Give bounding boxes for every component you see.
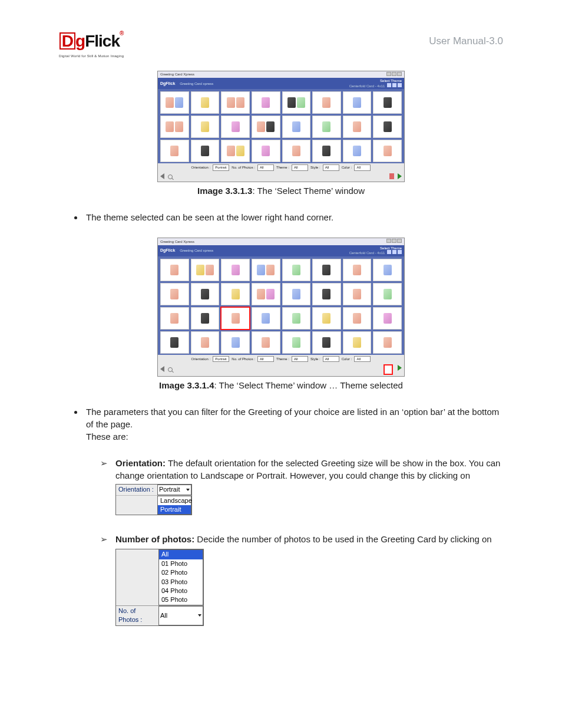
theme-thumb[interactable] xyxy=(373,91,402,114)
photos-dropdown[interactable]: All xyxy=(257,164,274,170)
help-icon[interactable] xyxy=(398,83,402,87)
theme-dropdown[interactable]: All xyxy=(292,164,308,170)
theme-thumb[interactable] xyxy=(373,116,402,138)
style-dropdown[interactable]: All xyxy=(323,356,339,362)
theme-thumb[interactable] xyxy=(252,307,280,330)
orientation-field[interactable]: Portrait xyxy=(157,485,191,495)
theme-thumb[interactable] xyxy=(191,116,220,138)
theme-thumb[interactable] xyxy=(312,116,341,138)
screenshot-select-theme: Greeting Card Xpress DgFlick Greeting Ca… xyxy=(157,71,405,183)
nav-next-icon[interactable] xyxy=(398,365,402,371)
orientation-dropdown[interactable]: Portrait xyxy=(213,164,229,170)
photos-field[interactable]: All xyxy=(158,606,203,625)
theme-dropdown[interactable]: All xyxy=(292,356,308,362)
breadcrumb: Greeting Card xpress xyxy=(180,249,213,252)
theme-thumb[interactable] xyxy=(160,140,189,162)
theme-thumb[interactable] xyxy=(191,307,220,330)
photos-option[interactable]: 05 Photo xyxy=(159,595,203,604)
nav-next-icon[interactable] xyxy=(398,173,402,179)
theme-thumb[interactable] xyxy=(312,91,341,114)
theme-thumb[interactable] xyxy=(221,259,250,281)
theme-thumb-selected[interactable] xyxy=(221,307,250,330)
window-controls[interactable] xyxy=(386,72,402,77)
theme-thumb[interactable] xyxy=(160,259,189,281)
theme-thumb[interactable] xyxy=(160,116,189,138)
home-icon[interactable] xyxy=(387,250,391,254)
orientation-option[interactable]: Landscape xyxy=(158,496,191,505)
color-dropdown[interactable]: All xyxy=(354,164,371,170)
brush-icon[interactable] xyxy=(392,83,396,87)
photos-dropdown[interactable]: All xyxy=(257,356,274,362)
theme-thumb[interactable] xyxy=(221,283,250,305)
theme-thumb[interactable] xyxy=(373,140,402,162)
color-label: Color : xyxy=(342,165,352,170)
theme-grid xyxy=(158,256,404,355)
theme-thumb[interactable] xyxy=(373,283,402,305)
theme-thumb[interactable] xyxy=(252,259,280,281)
theme-thumb[interactable] xyxy=(312,140,341,162)
theme-thumb[interactable] xyxy=(343,91,372,114)
theme-thumb[interactable] xyxy=(343,259,372,281)
photos-option[interactable]: 03 Photo xyxy=(159,578,203,587)
bullet-list-2: The parameters that you can filter for t… xyxy=(84,406,503,443)
theme-thumb[interactable] xyxy=(282,259,311,281)
theme-thumb[interactable] xyxy=(373,331,402,354)
chevron-down-icon xyxy=(198,614,201,617)
zoom-icon[interactable] xyxy=(168,367,173,372)
zoom-icon[interactable] xyxy=(168,174,173,179)
home-icon[interactable] xyxy=(387,83,391,87)
theme-thumb[interactable] xyxy=(373,307,402,330)
photos-option[interactable]: 02 Photo xyxy=(159,568,203,577)
theme-thumb[interactable] xyxy=(312,259,341,281)
theme-thumb[interactable] xyxy=(252,91,280,114)
orientation-option[interactable]: Portrait xyxy=(158,505,191,514)
theme-thumb[interactable] xyxy=(160,91,189,114)
theme-thumb[interactable] xyxy=(191,331,220,354)
theme-thumb[interactable] xyxy=(252,283,280,305)
theme-thumb[interactable] xyxy=(343,331,372,354)
theme-thumb[interactable] xyxy=(160,331,189,354)
theme-thumb[interactable] xyxy=(191,283,220,305)
brush-icon[interactable] xyxy=(392,250,396,254)
theme-thumb[interactable] xyxy=(191,259,220,281)
theme-thumb[interactable] xyxy=(160,307,189,330)
style-dropdown[interactable]: All xyxy=(323,164,339,170)
theme-thumb[interactable] xyxy=(160,283,189,305)
theme-thumb[interactable] xyxy=(373,259,402,281)
orientation-dropdown[interactable]: Portrait xyxy=(213,356,229,362)
theme-thumb[interactable] xyxy=(252,331,280,354)
theme-thumb[interactable] xyxy=(282,140,311,162)
theme-thumb[interactable] xyxy=(191,140,220,162)
theme-thumb[interactable] xyxy=(252,116,280,138)
theme-thumb[interactable] xyxy=(191,91,220,114)
theme-thumb[interactable] xyxy=(282,331,311,354)
theme-thumb[interactable] xyxy=(282,307,311,330)
theme-thumb[interactable] xyxy=(343,283,372,305)
theme-thumb[interactable] xyxy=(312,331,341,354)
theme-thumb[interactable] xyxy=(312,283,341,305)
photos-option[interactable]: 04 Photo xyxy=(159,587,203,595)
nav-back-icon[interactable] xyxy=(160,173,164,179)
theme-thumb[interactable] xyxy=(221,91,250,114)
filter-bar: Orientation : Portrait No. of Photos : A… xyxy=(158,163,404,172)
theme-thumb[interactable] xyxy=(252,140,280,162)
photos-option[interactable]: 01 Photo xyxy=(159,559,203,568)
color-dropdown[interactable]: All xyxy=(354,356,371,362)
theme-thumb[interactable] xyxy=(343,116,372,138)
theme-thumb[interactable] xyxy=(343,307,372,330)
help-icon[interactable] xyxy=(398,250,402,254)
theme-thumb[interactable] xyxy=(282,91,311,114)
theme-thumb[interactable] xyxy=(282,283,311,305)
theme-thumb[interactable] xyxy=(282,116,311,138)
theme-thumb[interactable] xyxy=(312,307,341,330)
app-logo: DgFlick xyxy=(160,248,175,252)
theme-thumb[interactable] xyxy=(221,140,250,162)
window-controls[interactable] xyxy=(386,239,402,244)
window-title: Greeting Card Xpress xyxy=(160,72,194,77)
theme-thumb[interactable] xyxy=(343,140,372,162)
photos-option[interactable]: All xyxy=(159,550,203,559)
nav-back-icon[interactable] xyxy=(160,366,164,372)
page-header: DgFlick® Digital World for Still & Motio… xyxy=(59,29,503,59)
theme-thumb[interactable] xyxy=(221,116,250,138)
theme-thumb[interactable] xyxy=(221,331,250,354)
